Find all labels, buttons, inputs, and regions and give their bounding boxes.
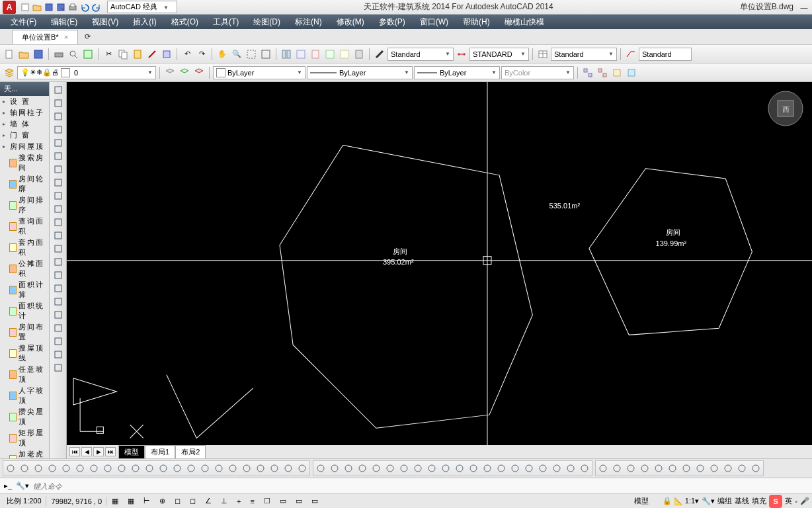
tree-item[interactable]: 搜索房间	[0, 152, 49, 173]
modify-button[interactable]	[356, 462, 369, 475]
open-icon[interactable]	[32, 2, 42, 13]
tree-item[interactable]: 房间轮廓	[0, 173, 49, 194]
new-button[interactable]	[3, 48, 16, 61]
qcalc-button[interactable]	[352, 48, 366, 61]
modify-button[interactable]	[721, 462, 735, 475]
group-edit-button[interactable]	[610, 66, 624, 79]
baseline-label[interactable]: 基线	[735, 496, 749, 506]
ungroup-button[interactable]	[596, 66, 609, 79]
modify-button[interactable]	[522, 462, 536, 475]
tree-item[interactable]: 矩形屋顶	[0, 427, 49, 448]
tab-last-button[interactable]: ⏭	[105, 447, 116, 456]
tree-item[interactable]: ▸门 窗	[0, 130, 49, 141]
modify-button[interactable]	[115, 462, 128, 475]
grid-toggle[interactable]: ▦	[124, 495, 138, 507]
tree-item[interactable]: 加老虎窗	[0, 448, 49, 458]
spline-button[interactable]	[51, 176, 65, 189]
tree-item[interactable]: ▸设 置	[0, 96, 49, 107]
paste-button[interactable]	[131, 48, 144, 61]
modify-button[interactable]	[157, 462, 170, 475]
hatch-button[interactable]	[51, 242, 65, 255]
undo-icon[interactable]	[79, 2, 90, 13]
tree-item[interactable]: 套内面积	[0, 237, 49, 258]
modify-button[interactable]	[268, 462, 281, 475]
modify-button[interactable]	[226, 462, 239, 475]
table-icon[interactable]	[536, 48, 549, 61]
modify-button[interactable]	[342, 462, 355, 475]
view-cube[interactable]: 西	[766, 89, 805, 128]
history-icon[interactable]: ⟳	[82, 32, 93, 42]
preview-button[interactable]	[67, 48, 80, 61]
region-button[interactable]	[51, 269, 65, 281]
group-label[interactable]: 编组	[717, 496, 732, 506]
modify-button[interactable]	[240, 462, 253, 475]
modify-button[interactable]	[624, 462, 637, 475]
poly-button[interactable]	[51, 123, 65, 136]
menu-修改(M)[interactable]: 修改(M)	[330, 15, 371, 30]
dim-icon[interactable]	[455, 48, 468, 61]
table-style-combo[interactable]: Standard▼	[551, 48, 617, 61]
menu-参数(P)[interactable]: 参数(P)	[372, 15, 412, 30]
mleader-icon[interactable]	[624, 48, 637, 61]
menu-绘图(D)[interactable]: 绘图(D)	[247, 15, 287, 30]
modify-button[interactable]	[46, 462, 59, 475]
lang-label[interactable]: 英	[785, 496, 792, 506]
zoom-prev-button[interactable]	[259, 48, 272, 61]
modify-button[interactable]	[60, 462, 73, 475]
modify-button[interactable]	[467, 462, 480, 475]
modify-button[interactable]	[101, 462, 114, 475]
modify-button[interactable]	[425, 462, 438, 475]
tree-item[interactable]: 攒尖屋顶	[0, 406, 49, 427]
zoom-button[interactable]: 🔍	[230, 48, 243, 61]
cut-button[interactable]: ✂	[102, 48, 115, 61]
rev-button[interactable]	[51, 335, 65, 347]
modify-button[interactable]	[694, 462, 707, 475]
tree-item[interactable]: 公摊面积	[0, 258, 49, 279]
modify-button[interactable]	[32, 462, 45, 475]
layer-combo[interactable]: 💡☀❄🔒🖨0 ▼	[17, 66, 156, 79]
brush-button[interactable]	[373, 48, 386, 61]
menu-文件(F)[interactable]: 文件(F)	[4, 15, 43, 30]
modify-button[interactable]	[73, 462, 87, 475]
save-icon[interactable]	[44, 2, 54, 13]
polar-toggle[interactable]: ⊕	[155, 495, 169, 507]
cline-button[interactable]	[51, 97, 65, 109]
modify-button[interactable]	[384, 462, 397, 475]
app-logo[interactable]: A	[3, 1, 16, 14]
text-button[interactable]	[51, 295, 65, 308]
modify-button[interactable]	[439, 462, 452, 475]
modify-button[interactable]	[495, 462, 508, 475]
modify-button[interactable]	[129, 462, 142, 475]
line-button[interactable]	[51, 83, 65, 96]
layer-prev-button[interactable]	[178, 66, 191, 79]
modify-button[interactable]	[184, 462, 198, 475]
ortho-toggle[interactable]: ⊢	[140, 495, 154, 507]
mleader-style-combo[interactable]: Standard	[639, 48, 692, 61]
menu-帮助(H)[interactable]: 帮助(H)	[456, 15, 497, 30]
modify-button[interactable]	[18, 462, 31, 475]
mic-icon[interactable]: 🎤	[800, 497, 809, 505]
color-combo[interactable]: ByLayer▼	[213, 66, 305, 79]
menu-橄榄山快模[interactable]: 橄榄山快模	[498, 15, 551, 30]
tree-item[interactable]: 人字坡顶	[0, 385, 49, 406]
modify-button[interactable]	[564, 462, 577, 475]
markup-button[interactable]	[338, 48, 351, 61]
modify-button[interactable]	[708, 462, 721, 475]
point-button[interactable]	[51, 229, 65, 241]
tree-item[interactable]: 房间排序	[0, 194, 49, 216]
modify-button[interactable]	[314, 462, 327, 475]
modify-button[interactable]	[328, 462, 341, 475]
modify-button[interactable]	[397, 462, 411, 475]
modify-button[interactable]	[610, 462, 624, 475]
lineweight-combo[interactable]: ByLayer▼	[414, 66, 500, 79]
zoom-window-button[interactable]	[245, 48, 258, 61]
modify-button[interactable]	[212, 462, 225, 475]
layer-isolate-button[interactable]	[192, 66, 206, 79]
tree-item[interactable]: ▸房间屋顶	[0, 141, 49, 152]
model-toggle[interactable]: 模型	[634, 496, 649, 506]
block-button[interactable]	[160, 48, 173, 61]
sc-toggle[interactable]: ▭	[292, 495, 306, 507]
group-select-button[interactable]	[625, 66, 638, 79]
minimize-icon[interactable]: —	[799, 2, 809, 13]
osnap-toggle[interactable]: ◻	[171, 495, 184, 507]
